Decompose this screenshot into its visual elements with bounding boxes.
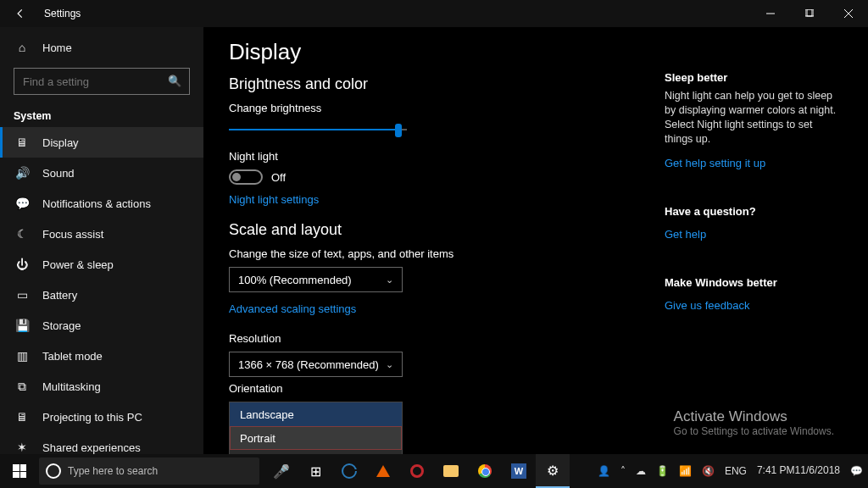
close-button[interactable] bbox=[829, 0, 868, 27]
taskbar-search-placeholder: Type here to search bbox=[68, 465, 158, 477]
vlc-icon bbox=[376, 465, 390, 477]
activate-sub: Go to Settings to activate Windows. bbox=[674, 425, 834, 437]
sidebar-item-label: Sound bbox=[42, 167, 75, 180]
windows-icon bbox=[13, 464, 26, 478]
tray-overflow[interactable]: ˄ bbox=[615, 454, 631, 488]
nightlight-state: Off bbox=[271, 171, 286, 184]
sidebar-item-battery[interactable]: ▭Battery bbox=[0, 280, 203, 310]
brightness-label: Change brightness bbox=[229, 102, 665, 114]
window-title: Settings bbox=[44, 8, 81, 19]
aside-help-link[interactable]: Get help bbox=[665, 228, 706, 241]
sidebar-category: System bbox=[0, 103, 203, 127]
titlebar: Settings bbox=[0, 0, 868, 27]
resolution-value: 1366 × 768 (Recommended) bbox=[238, 358, 379, 371]
search-input[interactable] bbox=[14, 68, 190, 95]
svg-rect-2 bbox=[807, 9, 814, 16]
tray-time: 7:41 PM bbox=[757, 465, 795, 476]
mic-button[interactable]: 🎤 bbox=[264, 454, 298, 488]
nightlight-settings-link[interactable]: Night light settings bbox=[229, 193, 319, 206]
brightness-slider[interactable] bbox=[229, 121, 407, 138]
tray-language[interactable]: ENG bbox=[720, 454, 752, 488]
shared-icon: ✶ bbox=[14, 441, 31, 454]
display-icon: 🖥 bbox=[14, 136, 31, 149]
sidebar-item-focus-assist[interactable]: ☾Focus assist bbox=[0, 219, 203, 249]
opera-icon bbox=[410, 464, 424, 478]
taskbar: Type here to search 🎤 ⊞ W ⚙ 👤 ˄ ☁ 🔋 📶 🔇 … bbox=[0, 454, 868, 488]
orientation-label: Orientation bbox=[229, 382, 665, 395]
sidebar-item-label: Storage bbox=[42, 319, 81, 332]
sidebar-item-label: Battery bbox=[42, 289, 77, 302]
sidebar-item-projecting[interactable]: 🖥Projecting to this PC bbox=[0, 402, 203, 432]
sidebar-item-display[interactable]: 🖥Display bbox=[0, 127, 203, 158]
slider-thumb[interactable] bbox=[395, 124, 402, 137]
tray-notifications[interactable]: 💬 bbox=[845, 454, 868, 488]
back-button[interactable] bbox=[10, 3, 31, 24]
section-scale: Scale and layout bbox=[229, 221, 665, 239]
battery-icon: ▭ bbox=[14, 288, 31, 302]
content: Display Brightness and color Change brig… bbox=[229, 39, 665, 454]
tray-clock[interactable]: 7:41 PM 11/6/2018 bbox=[752, 454, 845, 488]
projecting-icon: 🖥 bbox=[14, 410, 31, 424]
tray-wifi[interactable]: 📶 bbox=[674, 454, 697, 488]
tablet-icon: ▥ bbox=[14, 349, 31, 363]
minimize-button[interactable] bbox=[751, 0, 790, 27]
taskbar-app-chrome[interactable] bbox=[468, 454, 502, 488]
aside-sleep-link[interactable]: Get help setting it up bbox=[665, 157, 765, 169]
taskbar-search[interactable]: Type here to search bbox=[39, 458, 259, 485]
taskbar-app-word[interactable]: W bbox=[502, 454, 536, 488]
edge-icon bbox=[342, 463, 357, 479]
scale-value: 100% (Recommended) bbox=[238, 274, 352, 286]
advanced-scaling-link[interactable]: Advanced scaling settings bbox=[229, 302, 356, 315]
aside-sleep-title: Sleep better bbox=[665, 71, 843, 84]
aside-feedback-title: Make Windows better bbox=[665, 276, 843, 289]
sidebar-item-label: Projecting to this PC bbox=[42, 411, 142, 424]
section-brightness: Brightness and color bbox=[229, 75, 665, 93]
power-icon: ⏻ bbox=[14, 258, 31, 271]
taskbar-app-settings[interactable]: ⚙ bbox=[536, 454, 570, 488]
nightlight-label: Night light bbox=[229, 150, 665, 163]
sidebar-item-label: Shared experiences bbox=[42, 441, 141, 454]
sidebar-item-multitasking[interactable]: ⧉Multitasking bbox=[0, 371, 203, 402]
svg-rect-1 bbox=[805, 9, 812, 16]
taskbar-app-explorer[interactable] bbox=[434, 454, 468, 488]
taskbar-app-opera[interactable] bbox=[400, 454, 434, 488]
sidebar-item-label: Notifications & actions bbox=[42, 197, 151, 210]
orientation-option-landscape[interactable]: Landscape bbox=[230, 402, 402, 426]
page-title: Display bbox=[229, 39, 665, 65]
start-button[interactable] bbox=[0, 454, 39, 488]
system-tray: 👤 ˄ ☁ 🔋 📶 🔇 ENG 7:41 PM 11/6/2018 💬 bbox=[593, 454, 868, 488]
sidebar: ⌂ Home 🔍 System 🖥Display 🔊Sound 💬Notific… bbox=[0, 27, 203, 454]
aside-question-title: Have a question? bbox=[665, 205, 843, 218]
aside-feedback-link[interactable]: Give us feedback bbox=[665, 299, 749, 312]
sidebar-item-sound[interactable]: 🔊Sound bbox=[0, 158, 203, 188]
cortana-icon bbox=[46, 463, 61, 479]
scale-combobox[interactable]: 100% (Recommended) ⌄ bbox=[229, 267, 403, 292]
sidebar-item-tablet[interactable]: ▥Tablet mode bbox=[0, 341, 203, 371]
tray-onedrive[interactable]: ☁ bbox=[631, 454, 651, 488]
resolution-combobox[interactable]: 1366 × 768 (Recommended) ⌄ bbox=[229, 352, 403, 377]
tray-volume[interactable]: 🔇 bbox=[697, 454, 720, 488]
taskbar-app-vlc[interactable] bbox=[366, 454, 400, 488]
maximize-button[interactable] bbox=[790, 0, 829, 27]
activate-watermark: Activate Windows Go to Settings to activ… bbox=[674, 408, 834, 437]
sidebar-item-label: Power & sleep bbox=[42, 258, 114, 271]
sidebar-item-power[interactable]: ⏻Power & sleep bbox=[0, 249, 203, 280]
nightlight-toggle[interactable] bbox=[229, 169, 263, 185]
sidebar-item-label: Display bbox=[42, 136, 79, 149]
sidebar-item-storage[interactable]: 💾Storage bbox=[0, 310, 203, 341]
toggle-knob bbox=[232, 173, 241, 181]
aside-sleep-text: Night light can help you get to sleep by… bbox=[665, 89, 843, 147]
tray-people[interactable]: 👤 bbox=[593, 454, 615, 488]
notifications-icon: 💬 bbox=[14, 197, 31, 210]
task-view-button[interactable]: ⊞ bbox=[298, 454, 332, 488]
taskbar-app-edge[interactable] bbox=[332, 454, 366, 488]
sidebar-home[interactable]: ⌂ Home bbox=[0, 32, 203, 63]
chevron-down-icon: ⌄ bbox=[386, 359, 393, 370]
sidebar-item-notifications[interactable]: 💬Notifications & actions bbox=[0, 188, 203, 219]
orientation-option-portrait[interactable]: Portrait bbox=[230, 426, 402, 450]
word-icon: W bbox=[511, 463, 526, 479]
sound-icon: 🔊 bbox=[14, 166, 31, 180]
focus-assist-icon: ☾ bbox=[14, 227, 31, 241]
chevron-down-icon: ⌄ bbox=[386, 274, 393, 286]
tray-battery[interactable]: 🔋 bbox=[651, 454, 674, 488]
